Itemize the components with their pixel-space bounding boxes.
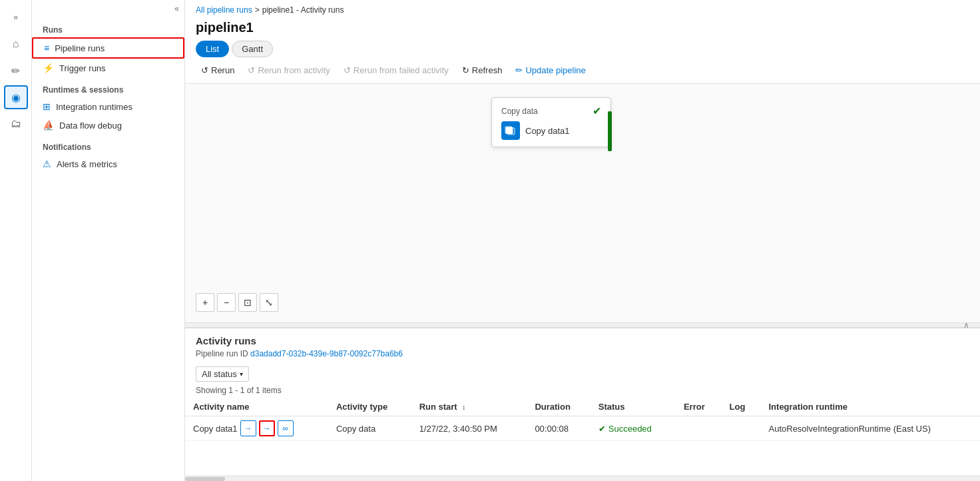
- status-success-badge: ✔ Succeeded: [599, 424, 668, 434]
- notifications-section: Notifications ⚠ Alerts & metrics: [32, 135, 184, 173]
- refresh-icon: ↻: [462, 65, 469, 75]
- sidebar-item-label: Integration runtimes: [56, 102, 132, 112]
- activity-type-label: Copy data: [501, 107, 538, 116]
- notifications-section-label: Notifications: [32, 135, 184, 155]
- sidebar-item-data-flow-debug[interactable]: ⛵ Data flow debug: [32, 116, 184, 135]
- home-icon[interactable]: ⌂: [4, 32, 28, 56]
- fullscreen-button[interactable]: ⤡: [260, 293, 278, 312]
- breadcrumb-all-pipeline-runs[interactable]: All pipeline runs: [196, 5, 252, 15]
- expand-collapse-icon[interactable]: »: [4, 5, 28, 29]
- cell-error: [676, 416, 722, 441]
- showing-label: Showing 1 - 1 of 1 items: [185, 386, 980, 398]
- sidebar-item-pipeline-runs[interactable]: ≡ Pipeline runs: [32, 37, 184, 59]
- pencil-icon[interactable]: ✏: [4, 59, 28, 83]
- pipeline-run-id-value[interactable]: d3adadd7-032b-439e-9b87-0092c77ba6b6: [250, 349, 403, 358]
- activity-runs-table-container: Activity name Activity type Run start ↕ …: [185, 398, 980, 476]
- table-row: Copy data1 → → ∞ Copy data 1/27/22, 3:40…: [185, 416, 980, 441]
- table-header-row: Activity name Activity type Run start ↕ …: [185, 398, 980, 416]
- update-pipeline-label: Update pipeline: [525, 65, 585, 75]
- tab-gantt[interactable]: Gantt: [232, 41, 273, 57]
- sidebar-collapse-button[interactable]: «: [32, 0, 184, 17]
- briefcase-icon[interactable]: 🗂: [4, 112, 28, 136]
- alerts-icon: ⚠: [43, 159, 51, 169]
- horizontal-scrollbar[interactable]: [185, 476, 980, 481]
- link-icon[interactable]: ∞: [278, 420, 294, 436]
- cell-run-start: 1/27/22, 3:40:50 PM: [411, 416, 527, 441]
- sidebar-item-label: Trigger runs: [59, 63, 106, 73]
- activity-success-icon: ✔: [593, 105, 601, 117]
- activity-node-header: Copy data ✔: [501, 105, 601, 117]
- sidebar: « Runs ≡ Pipeline runs ⚡ Trigger runs Ru…: [32, 0, 185, 481]
- col-error: Error: [676, 398, 722, 416]
- col-log: Log: [722, 398, 761, 416]
- runtimes-section: Runtimes & sessions ⊞ Integration runtim…: [32, 77, 184, 135]
- copy-data-icon: [501, 121, 520, 140]
- sidebar-item-trigger-runs[interactable]: ⚡ Trigger runs: [32, 59, 184, 77]
- status-filter-dropdown[interactable]: All status ▾: [196, 366, 249, 382]
- rerun-button[interactable]: ↺ Rerun: [196, 63, 240, 78]
- status-success-icon: ✔: [599, 424, 606, 434]
- integration-runtimes-icon: ⊞: [43, 101, 51, 112]
- activity-runs-title: Activity runs: [196, 335, 256, 346]
- rerun-from-activity-button[interactable]: ↺ Rerun from activity: [242, 63, 335, 78]
- col-duration: Duration: [527, 398, 590, 416]
- runs-section-label: Runs: [32, 17, 184, 37]
- col-integration-runtime: Integration runtime: [761, 398, 981, 416]
- runtimes-section-label: Runtimes & sessions: [32, 77, 184, 97]
- trigger-runs-icon: ⚡: [43, 63, 54, 73]
- sidebar-item-alerts-metrics[interactable]: ⚠ Alerts & metrics: [32, 155, 184, 173]
- page-title: pipeline1: [185, 17, 980, 41]
- monitor-icon[interactable]: ◉: [4, 85, 28, 109]
- sidebar-item-label: Data flow debug: [59, 121, 122, 131]
- status-filter-label: All status: [202, 369, 237, 379]
- data-flow-debug-icon: ⛵: [43, 120, 54, 131]
- toolbar: ↺ Rerun ↺ Rerun from activity ↺ Rerun fr…: [185, 57, 980, 84]
- tab-list[interactable]: List: [196, 41, 229, 57]
- rerun-from-activity-label: Rerun from activity: [258, 65, 330, 75]
- action-icons: → → ∞: [240, 420, 294, 436]
- fit-screen-button[interactable]: ⊡: [238, 293, 257, 312]
- breadcrumb-current: pipeline1 - Activity runs: [262, 5, 344, 15]
- cell-log: [722, 416, 761, 441]
- refresh-button[interactable]: ↻ Refresh: [457, 63, 508, 78]
- tabs: List Gantt: [185, 41, 980, 57]
- sidebar-item-integration-runtimes[interactable]: ⊞ Integration runtimes: [32, 97, 184, 116]
- sort-icon[interactable]: ↕: [462, 404, 465, 411]
- update-pipeline-icon: ✏: [515, 65, 523, 75]
- activity-node-name: Copy data1: [501, 121, 601, 140]
- collapse-icon[interactable]: «: [174, 4, 179, 13]
- canvas-controls: + − ⊡ ⤡: [196, 293, 278, 312]
- col-activity-type: Activity type: [328, 398, 411, 416]
- rerun-from-failed-activity-button[interactable]: ↺ Rerun from failed activity: [338, 63, 454, 78]
- cell-duration: 00:00:08: [527, 416, 590, 441]
- scrollbar-thumb: [185, 477, 225, 481]
- col-activity-name: Activity name: [185, 398, 328, 416]
- cell-status: ✔ Succeeded: [591, 416, 676, 441]
- sidebar-item-label: Pipeline runs: [55, 43, 105, 53]
- filter-bar: All status ▾: [185, 364, 980, 386]
- zoom-in-button[interactable]: +: [196, 293, 214, 312]
- chevron-down-icon: ▾: [240, 370, 243, 378]
- activity-name-cell-label: Copy data1: [193, 424, 238, 434]
- pipeline-run-id-label: Pipeline run ID: [196, 349, 248, 358]
- activity-runs-table: Activity name Activity type Run start ↕ …: [185, 398, 980, 441]
- output-icon[interactable]: →: [259, 420, 275, 436]
- canvas-area: Copy data ✔ Copy data1 + − ⊡: [185, 84, 980, 322]
- pipeline-run-id: Pipeline run ID d3adadd7-032b-439e-9b87-…: [185, 349, 980, 364]
- rerun-label: Rerun: [211, 65, 234, 75]
- update-pipeline-button[interactable]: ✏ Update pipeline: [510, 63, 591, 78]
- rerun-from-failed-label: Rerun from failed activity: [354, 65, 449, 75]
- zoom-out-button[interactable]: −: [217, 293, 236, 312]
- input-icon[interactable]: →: [240, 420, 256, 436]
- rerun-icon: ↺: [201, 65, 208, 75]
- rerun-from-failed-icon: ↺: [344, 65, 351, 75]
- refresh-label: Refresh: [472, 65, 503, 75]
- activity-name-label: Copy data1: [525, 126, 570, 136]
- pipeline-runs-icon: ≡: [44, 43, 49, 53]
- breadcrumb-separator: >: [255, 5, 260, 15]
- svg-rect-2: [508, 128, 515, 135]
- breadcrumb: All pipeline runs > pipeline1 - Activity…: [185, 0, 980, 17]
- activity-node[interactable]: Copy data ✔ Copy data1: [491, 97, 611, 147]
- activity-runs-section: Activity runs Pipeline run ID d3adadd7-0…: [185, 328, 980, 481]
- col-run-start: Run start ↕: [411, 398, 527, 416]
